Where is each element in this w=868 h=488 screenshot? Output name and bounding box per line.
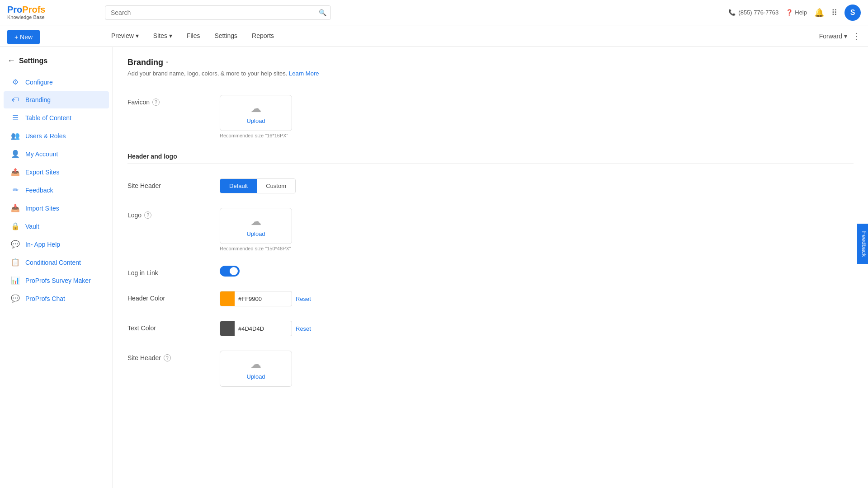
sidebar-item-table-of-content[interactable]: ☰ Table of Content	[4, 109, 109, 127]
favicon-size-hint: Recommended size "16*16PX"	[220, 133, 292, 138]
sidebar-item-label: Branding	[25, 96, 51, 103]
favicon-upload-label: Upload	[246, 117, 265, 124]
forward-button[interactable]: Forward ▾	[819, 33, 847, 40]
nav-preview[interactable]: Preview ▾	[104, 25, 146, 47]
site-header2-row: Site Header ? ☁ Upload	[127, 343, 854, 394]
sidebar-item-label: Export Sites	[25, 169, 59, 176]
sidebar-item-label: Feedback	[25, 187, 53, 194]
sidebar-item-label: Vault	[25, 223, 39, 230]
header-color-value[interactable]: #FF9900	[235, 294, 292, 304]
logo-upload-label: Upload	[246, 230, 265, 237]
nav-reports[interactable]: Reports	[245, 25, 281, 47]
favicon-help-icon[interactable]: ?	[152, 99, 160, 106]
apps-grid-icon[interactable]: ⠿	[831, 8, 837, 18]
search-input[interactable]	[105, 5, 331, 20]
logo-size-hint: Recommended size "150*48PX"	[220, 246, 292, 251]
chevron-down-icon: ▾	[169, 32, 172, 39]
phone-support: 📞 (855) 776-7763	[728, 9, 778, 16]
sidebar-item-users-roles[interactable]: 👥 Users & Roles	[4, 127, 109, 145]
upload-cloud-icon: ☁	[250, 358, 261, 371]
navbar: Preview ▾ Sites ▾ Files Settings Reports…	[0, 25, 868, 47]
back-arrow-icon[interactable]: ←	[7, 56, 15, 66]
nav-sites[interactable]: Sites ▾	[146, 25, 179, 47]
text-color-label: Text Color	[127, 321, 209, 332]
proprofs-survey-icon: 📊	[11, 276, 20, 285]
text-color-swatch-input: #4D4D4D	[220, 321, 292, 336]
configure-icon: ⚙	[11, 78, 20, 86]
dot-separator: ·	[166, 58, 168, 67]
sidebar-item-conditional-content[interactable]: 📋 Conditional Content	[4, 253, 109, 271]
site-header-default-button[interactable]: Default	[220, 179, 257, 193]
site-header2-upload-box[interactable]: ☁ Upload	[220, 351, 292, 387]
sidebar-item-export-sites[interactable]: 📤 Export Sites	[4, 163, 109, 181]
topbar: ProProfs Knowledge Base 🔍 📞 (855) 776-77…	[0, 0, 868, 25]
site-header2-label: Site Header ?	[127, 351, 209, 361]
sidebar-header: ← Settings	[0, 52, 113, 73]
help-button[interactable]: ❓ Help	[786, 9, 807, 16]
favicon-row: Favicon ? ☁ Upload Recommended size "16*…	[127, 88, 854, 145]
upload-cloud-icon: ☁	[250, 215, 261, 228]
topbar-right: 📞 (855) 776-7763 ❓ Help 🔔 ⠿ S	[728, 5, 861, 21]
sidebar-item-proprofs-survey[interactable]: 📊 ProProfs Survey Maker	[4, 272, 109, 289]
nav-files[interactable]: Files	[179, 25, 208, 47]
logo[interactable]: ProProfs Knowledge Base	[7, 5, 98, 20]
sidebar-item-vault[interactable]: 🔒 Vault	[4, 217, 109, 235]
export-sites-icon: 📤	[11, 168, 20, 176]
sidebar-item-feedback[interactable]: ✏ Feedback	[4, 181, 109, 199]
sidebar-item-label: In- App Help	[25, 241, 60, 248]
login-link-toggle[interactable]	[220, 266, 240, 277]
feedback-side-tab[interactable]: Feedback	[857, 224, 868, 264]
sidebar-item-branding[interactable]: 🏷 Branding	[4, 91, 109, 108]
feedback-icon: ✏	[11, 186, 20, 194]
text-color-reset[interactable]: Reset	[296, 325, 311, 332]
favicon-upload-box[interactable]: ☁ Upload	[220, 95, 292, 131]
sidebar-item-configure[interactable]: ⚙ Configure	[4, 73, 109, 91]
sidebar-item-in-app-help[interactable]: 💬 In- App Help	[4, 235, 109, 253]
text-color-swatch[interactable]	[220, 321, 235, 336]
search-icon[interactable]: 🔍	[319, 9, 326, 16]
sidebar-item-import-sites[interactable]: 📥 Import Sites	[4, 199, 109, 217]
login-link-row: Log in Link	[127, 258, 854, 284]
sidebar-item-label: Configure	[25, 79, 53, 86]
sidebar-title: Settings	[19, 57, 47, 65]
site-header-custom-button[interactable]: Custom	[257, 179, 295, 193]
logo-pro: Pro	[7, 5, 22, 14]
users-roles-icon: 👥	[11, 131, 20, 140]
header-color-swatch[interactable]	[220, 291, 235, 306]
nav-settings[interactable]: Settings	[207, 25, 245, 47]
text-color-value[interactable]: #4D4D4D	[235, 324, 292, 334]
navbar-items: Preview ▾ Sites ▾ Files Settings Reports	[104, 25, 281, 47]
main-content: Branding · Add your brand name, logo, co…	[113, 47, 868, 488]
sidebar-item-label: ProProfs Chat	[25, 295, 65, 302]
site-header-row: Site Header Default Custom	[127, 171, 854, 201]
layout: ← Settings ⚙ Configure 🏷 Branding ☰ Tabl…	[0, 47, 868, 488]
branding-icon: 🏷	[11, 96, 20, 104]
more-options-icon[interactable]: ⋮	[853, 31, 861, 41]
header-color-input-group: #FF9900 Reset	[220, 291, 311, 306]
site-header2-help-icon[interactable]: ?	[164, 354, 171, 361]
logo-label: Logo ?	[127, 208, 209, 219]
logo-help-icon[interactable]: ?	[144, 211, 151, 219]
sidebar-item-proprofs-chat[interactable]: 💬 ProProfs Chat	[4, 290, 109, 307]
new-button[interactable]: + New	[7, 30, 40, 44]
header-color-reset[interactable]: Reset	[296, 296, 311, 302]
learn-more-link[interactable]: Learn More	[289, 70, 319, 77]
sidebar-item-my-account[interactable]: 👤 My Account	[4, 145, 109, 163]
notification-bell-icon[interactable]: 🔔	[814, 8, 824, 18]
forward-label: Forward	[819, 33, 842, 40]
logo-upload-box[interactable]: ☁ Upload	[220, 208, 292, 244]
navbar-right: Forward ▾ ⋮	[819, 31, 868, 41]
proprofs-chat-icon: 💬	[11, 294, 20, 303]
header-color-swatch-input: #FF9900	[220, 291, 292, 306]
avatar[interactable]: S	[844, 5, 861, 21]
sidebar-item-label: Import Sites	[25, 205, 59, 212]
sidebar: ← Settings ⚙ Configure 🏷 Branding ☰ Tabl…	[0, 47, 113, 488]
in-app-help-icon: 💬	[11, 240, 20, 249]
phone-number: (855) 776-7763	[738, 9, 778, 16]
logo-row: Logo ? ☁ Upload Recommended size "150*48…	[127, 201, 854, 258]
help-circle-icon: ❓	[786, 9, 793, 16]
import-sites-icon: 📥	[11, 204, 20, 212]
conditional-content-icon: 📋	[11, 258, 20, 267]
header-color-label: Header Color	[127, 291, 209, 302]
sidebar-item-label: Table of Content	[25, 114, 71, 122]
